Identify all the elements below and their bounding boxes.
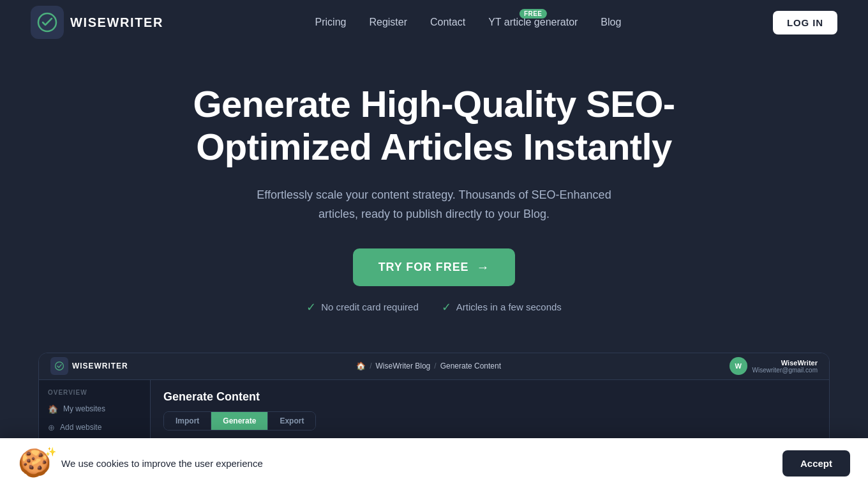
- logo-link[interactable]: WISEWRITER: [31, 6, 163, 39]
- nav-pricing[interactable]: Pricing: [315, 17, 347, 27]
- checkmark-icon-2: ✓: [442, 300, 451, 314]
- cookie-emoji: 🍪 ✨: [18, 450, 51, 477]
- user-email: Wisewriter@gmail.com: [752, 367, 818, 374]
- sidebar-item-my-websites[interactable]: 🏠 My websites: [39, 400, 150, 418]
- checkmark-icon-1: ✓: [306, 300, 316, 314]
- tab-generate[interactable]: Generate: [211, 412, 268, 430]
- nav-register[interactable]: Register: [369, 17, 407, 27]
- navbar: WISEWRITER Pricing Register Contact FREE…: [0, 0, 868, 45]
- tab-export[interactable]: Export: [268, 412, 315, 430]
- app-topbar: WISEWRITER 🏠 / WiseWriter Blog / Generat…: [39, 353, 829, 380]
- user-info: WiseWriter Wisewriter@gmail.com: [752, 359, 818, 374]
- hero-title: Generate High-Quality SEO-Optimized Arti…: [172, 83, 696, 168]
- check-label-2: Articles in a few seconds: [456, 301, 562, 312]
- app-tabs: Import Generate Export: [163, 411, 316, 431]
- sidebar-label-add-website: Add website: [60, 423, 101, 432]
- check-label-1: No credit card required: [321, 301, 419, 312]
- app-mini-text: WISEWRITER: [72, 362, 128, 370]
- svg-point-1: [56, 362, 64, 370]
- app-user: W WiseWriter Wisewriter@gmail.com: [730, 357, 818, 375]
- plus-icon: ⊕: [48, 423, 55, 432]
- check-articles-fast: ✓ Articles in a few seconds: [442, 300, 562, 314]
- try-free-label: TRY FOR FREE: [378, 261, 469, 274]
- nav-contact[interactable]: Contact: [430, 17, 465, 27]
- app-breadcrumb: 🏠 / WiseWriter Blog / Generate Content: [356, 362, 501, 370]
- logo-icon: [31, 6, 64, 39]
- nav-links: Pricing Register Contact FREE YT article…: [315, 17, 622, 28]
- hero-subtitle: Effortlessly scale your content strategy…: [236, 186, 632, 224]
- user-name: WiseWriter: [752, 359, 818, 367]
- app-mini-icon: [50, 357, 68, 375]
- try-free-button[interactable]: TRY FOR FREE →: [353, 248, 516, 286]
- accept-cookies-button[interactable]: Accept: [782, 450, 850, 477]
- tab-import[interactable]: Import: [164, 412, 211, 430]
- arrow-right-icon: →: [476, 260, 490, 275]
- hero-checks: ✓ No credit card required ✓ Articles in …: [13, 300, 855, 314]
- login-button[interactable]: LOG IN: [773, 11, 837, 34]
- hero-section: Generate High-Quality SEO-Optimized Arti…: [0, 45, 868, 333]
- cookie-left: 🍪 ✨ We use cookies to improve the user e…: [18, 450, 263, 477]
- nav-blog[interactable]: Blog: [601, 17, 621, 27]
- sidebar-overview-label: Overview: [39, 389, 150, 400]
- cookie-banner: 🍪 ✨ We use cookies to improve the user e…: [0, 438, 868, 488]
- breadcrumb-home-icon: 🏠: [356, 362, 366, 370]
- cookie-text: We use cookies to improve the user exper…: [61, 458, 263, 469]
- avatar: W: [730, 357, 747, 375]
- check-no-credit: ✓ No credit card required: [306, 300, 419, 314]
- breadcrumb-generate: Generate Content: [440, 362, 501, 370]
- home-icon: 🏠: [48, 404, 58, 414]
- cookie-sparkle: ✨: [45, 447, 56, 456]
- nav-yt-wrap: FREE YT article generator: [488, 17, 578, 28]
- sidebar-label-my-websites: My websites: [63, 404, 105, 413]
- app-page-title: Generate Content: [163, 390, 816, 404]
- app-logo-mini: WISEWRITER: [50, 357, 128, 375]
- free-badge: FREE: [520, 9, 546, 19]
- breadcrumb-blog: WiseWriter Blog: [376, 362, 431, 370]
- sidebar-item-add-website[interactable]: ⊕ Add website: [39, 418, 150, 437]
- logo-text: WISEWRITER: [70, 15, 163, 30]
